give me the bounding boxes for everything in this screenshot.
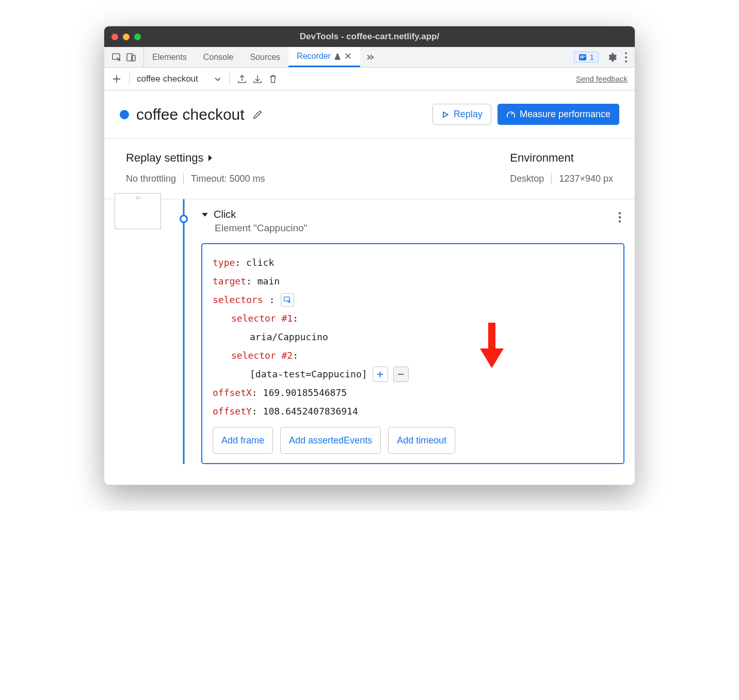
timeline bbox=[166, 199, 201, 464]
tab-sources[interactable]: Sources bbox=[242, 47, 288, 67]
flask-icon bbox=[334, 52, 341, 61]
window-controls bbox=[111, 34, 141, 40]
svg-rect-2 bbox=[132, 55, 135, 61]
new-recording-icon[interactable] bbox=[111, 73, 122, 84]
kebab-icon[interactable] bbox=[624, 52, 628, 63]
type-key: type bbox=[213, 257, 235, 268]
replay-button[interactable]: Replay bbox=[432, 104, 491, 125]
close-window-button[interactable] bbox=[111, 34, 118, 40]
chevron-down-icon bbox=[214, 74, 222, 84]
svg-point-7 bbox=[625, 56, 627, 58]
svg-rect-0 bbox=[113, 54, 120, 59]
target-val: main bbox=[258, 276, 280, 287]
selector1-key: selector #1 bbox=[231, 313, 293, 324]
svg-rect-5 bbox=[580, 57, 584, 58]
steps-area: ▭ Click Element "Cappucino" type: click bbox=[104, 199, 635, 485]
send-feedback-link[interactable]: Send feedback bbox=[576, 74, 628, 83]
remove-selector-button[interactable]: − bbox=[393, 367, 409, 382]
issues-count: 1 bbox=[590, 53, 594, 61]
recording-header: coffee checkout Replay Measure performan… bbox=[104, 90, 635, 139]
measure-label: Measure performance bbox=[520, 109, 611, 120]
svg-point-9 bbox=[619, 212, 621, 214]
step-menu-icon[interactable] bbox=[618, 211, 621, 223]
svg-point-6 bbox=[625, 52, 627, 54]
element-picker-icon[interactable] bbox=[281, 293, 294, 307]
step-thumbnail: ▭ bbox=[115, 193, 161, 229]
zoom-window-button[interactable] bbox=[134, 34, 141, 40]
svg-point-11 bbox=[619, 220, 621, 222]
inspect-icon[interactable] bbox=[111, 52, 122, 62]
window-title: DevTools - coffee-cart.netlify.app/ bbox=[300, 31, 439, 42]
recording-status-dot bbox=[120, 110, 129, 119]
replay-settings-values: No throttling Timeout: 5000 ms bbox=[126, 173, 510, 184]
tab-recorder[interactable]: Recorder ✕ bbox=[288, 47, 360, 67]
tabs-overflow[interactable] bbox=[360, 47, 380, 67]
panel-tabs: Elements Console Sources Recorder ✕ 1 bbox=[104, 47, 635, 68]
svg-rect-13 bbox=[284, 297, 290, 301]
import-icon[interactable] bbox=[252, 73, 263, 84]
viewport-value: 1237×940 px bbox=[559, 173, 613, 184]
type-val: click bbox=[246, 257, 274, 268]
offsety-val: 108.6452407836914 bbox=[263, 406, 358, 417]
timeline-node bbox=[180, 215, 188, 223]
environment-title: Environment bbox=[510, 151, 613, 165]
selectors-key: selectors bbox=[213, 291, 263, 309]
settings-block: Replay settings No throttling Timeout: 5… bbox=[104, 139, 635, 199]
recorder-toolbar: coffee checkout Send feedback bbox=[104, 68, 635, 90]
recording-name: coffee checkout bbox=[137, 74, 198, 84]
add-selector-button[interactable]: + bbox=[373, 367, 388, 382]
environment-label: Environment bbox=[510, 151, 574, 165]
add-frame-button[interactable]: Add frame bbox=[213, 427, 273, 454]
target-key: target bbox=[213, 276, 246, 287]
environment-values: Desktop 1237×940 px bbox=[510, 173, 613, 184]
delete-icon[interactable] bbox=[268, 73, 278, 84]
add-timeout-button[interactable]: Add timeout bbox=[388, 427, 455, 454]
chevron-right-icon bbox=[207, 154, 214, 162]
gear-icon[interactable] bbox=[606, 52, 617, 63]
tab-elements[interactable]: Elements bbox=[144, 47, 195, 67]
close-tab-icon[interactable]: ✕ bbox=[344, 51, 352, 62]
step-name: Click bbox=[214, 209, 236, 220]
issues-badge[interactable]: 1 bbox=[574, 52, 599, 62]
offsetx-key: offsetX bbox=[213, 387, 252, 398]
replay-label: Replay bbox=[454, 109, 483, 120]
minimize-window-button[interactable] bbox=[123, 34, 130, 40]
throttle-value: No throttling bbox=[126, 173, 176, 184]
leading-tools bbox=[104, 47, 144, 67]
device-value: Desktop bbox=[510, 173, 544, 184]
step-subtitle: Element "Cappucino" bbox=[215, 222, 624, 234]
edit-title-icon[interactable] bbox=[252, 109, 263, 120]
step-header[interactable]: Click bbox=[201, 209, 624, 220]
step-detail: type: click target: main selectors: sele… bbox=[201, 243, 624, 464]
tab-recorder-label: Recorder bbox=[297, 52, 331, 61]
devtools-window: DevTools - coffee-cart.netlify.app/ Elem… bbox=[104, 26, 635, 485]
selector2-key: selector #2 bbox=[231, 350, 293, 361]
add-asserted-events-button[interactable]: Add assertedEvents bbox=[280, 427, 381, 454]
svg-point-10 bbox=[619, 216, 621, 218]
svg-point-8 bbox=[625, 60, 627, 62]
chevron-down-icon bbox=[201, 211, 208, 218]
tab-console[interactable]: Console bbox=[195, 47, 242, 67]
offsetx-val: 169.90185546875 bbox=[263, 387, 347, 398]
offsety-key: offsetY bbox=[213, 406, 252, 417]
recording-title: coffee checkout bbox=[136, 106, 245, 123]
replay-settings-label: Replay settings bbox=[126, 151, 203, 165]
device-toggle-icon[interactable] bbox=[126, 52, 136, 62]
timeout-value: Timeout: 5000 ms bbox=[191, 173, 265, 184]
selector1-val[interactable]: aria/Cappucino bbox=[250, 331, 328, 342]
export-icon[interactable] bbox=[237, 73, 247, 84]
recording-selector[interactable]: coffee checkout bbox=[137, 74, 222, 84]
measure-performance-button[interactable]: Measure performance bbox=[497, 104, 619, 125]
selector2-val[interactable]: [data-test=Cappucino] bbox=[250, 365, 367, 384]
titlebar: DevTools - coffee-cart.netlify.app/ bbox=[104, 26, 635, 47]
replay-settings-toggle[interactable]: Replay settings bbox=[126, 151, 510, 165]
svg-rect-4 bbox=[580, 56, 585, 57]
